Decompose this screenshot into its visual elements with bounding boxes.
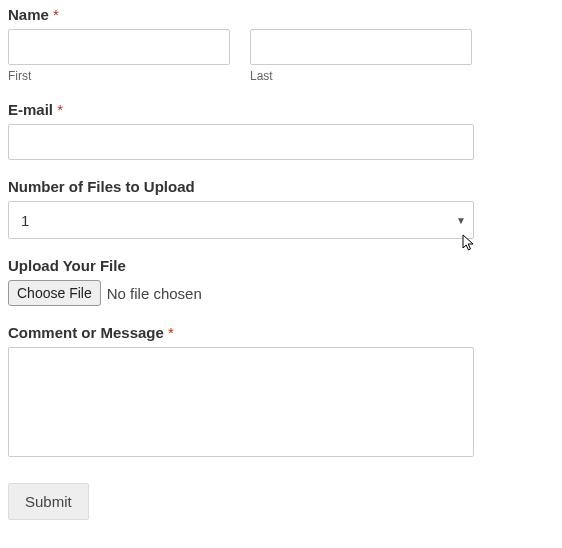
num-files-select-wrap: 1 ▼ [8, 201, 474, 239]
name-label-text: Name [8, 6, 49, 23]
submit-button[interactable]: Submit [8, 483, 89, 520]
first-name-sublabel: First [8, 69, 230, 83]
email-input[interactable] [8, 124, 474, 160]
first-name-input[interactable] [8, 29, 230, 65]
email-group: E-mail * [8, 101, 554, 160]
file-status-text: No file chosen [107, 285, 202, 302]
required-mark: * [168, 324, 174, 341]
upload-label: Upload Your File [8, 257, 554, 274]
name-row: First Last [8, 29, 554, 83]
comment-label-text: Comment or Message [8, 324, 164, 341]
submit-row: Submit [8, 483, 554, 520]
last-name-input[interactable] [250, 29, 472, 65]
required-mark: * [57, 101, 63, 118]
num-files-label: Number of Files to Upload [8, 178, 554, 195]
upload-group: Upload Your File Choose File No file cho… [8, 257, 554, 306]
num-files-selected-value: 1 [21, 212, 29, 229]
num-files-group: Number of Files to Upload 1 ▼ [8, 178, 554, 239]
file-row: Choose File No file chosen [8, 280, 554, 306]
last-name-sublabel: Last [250, 69, 472, 83]
last-name-col: Last [250, 29, 472, 83]
name-label: Name * [8, 6, 554, 23]
required-mark: * [53, 6, 59, 23]
upload-label-text: Upload Your File [8, 257, 126, 274]
email-label: E-mail * [8, 101, 554, 118]
num-files-select[interactable]: 1 [8, 201, 474, 239]
comment-label: Comment or Message * [8, 324, 554, 341]
comment-textarea[interactable] [8, 347, 474, 457]
name-group: Name * First Last [8, 6, 554, 83]
first-name-col: First [8, 29, 230, 83]
num-files-label-text: Number of Files to Upload [8, 178, 195, 195]
comment-group: Comment or Message * [8, 324, 554, 461]
email-label-text: E-mail [8, 101, 53, 118]
upload-form: Name * First Last E-mail * Number of Fil… [0, 0, 562, 530]
choose-file-button[interactable]: Choose File [8, 280, 101, 306]
